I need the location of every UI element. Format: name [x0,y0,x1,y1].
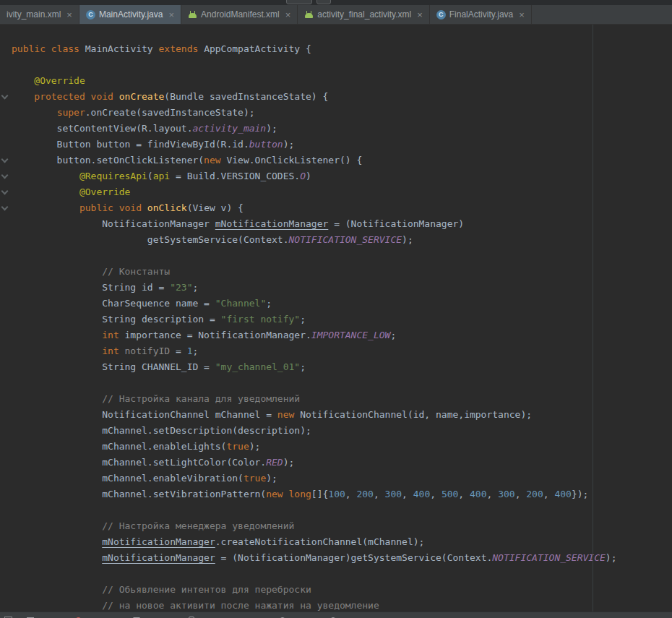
code-line[interactable]: // Обьявление интентов для переброски [12,582,672,598]
code-line[interactable] [12,375,672,391]
tab-close-icon[interactable]: × [417,10,423,20]
fold-marker-icon[interactable] [1,93,9,100]
code-line[interactable]: @Override [12,184,672,200]
code-line[interactable] [12,248,672,264]
fold-marker-icon[interactable] [1,172,9,179]
tool-window-button-build[interactable]: Build [229,612,272,618]
code-line[interactable]: @RequiresApi(api = Build.VERSION_CODES.O… [12,168,672,184]
tool-window-button-terminal[interactable]: Terminal [126,612,181,618]
editor-tab-finalactivity-java[interactable]: CFinalActivity.java× [430,5,532,24]
fold-marker-icon[interactable] [1,156,9,163]
code-line[interactable]: mChannel.setDescription(description); [12,423,672,439]
editor-tab-bar: ivity_main.xml×CMainActivity.java×Androi… [0,5,672,25]
tool-window-button-todo[interactable]: TODO [20,612,68,618]
tab-close-icon[interactable]: × [66,10,72,20]
editor-tab-mainactivity-java[interactable]: CMainActivity.java× [79,5,181,24]
code-token: AppCompatActivity { [198,43,311,54]
toolbar-widget[interactable] [286,0,312,4]
code-line[interactable]: setContentView(R.layout.activity_main); [12,121,672,137]
code-token: true [226,441,249,452]
code-editor[interactable]: public class MainActivity extends AppCom… [0,25,672,611]
fold-marker-icon[interactable] [1,204,9,211]
tab-close-icon[interactable]: × [285,10,291,20]
code-token [46,43,51,54]
code-line[interactable]: mChannel.setVibrationPattern(new long[]{… [12,486,672,502]
code-line[interactable]: // Константы [12,264,672,280]
code-line[interactable]: Button button = findViewById(R.id.button… [12,137,672,153]
code-line[interactable]: NotificationManager mNotificationManager… [12,216,672,232]
tab-close-icon[interactable]: × [519,10,525,20]
code-token [12,266,102,277]
code-token: = Build.VERSION_CODES. [170,171,300,181]
code-token [12,600,102,611]
code-line[interactable]: int notifyID = 1; [12,343,672,359]
code-line[interactable]: CharSequence name = "Channel"; [12,296,672,312]
tab-close-icon[interactable]: × [168,10,174,20]
code-token: 400 [554,489,571,499]
code-token: setContentView(R.layout. [12,123,192,134]
code-line[interactable]: mChannel.enableVibration(true); [12,471,672,486]
code-line[interactable]: String description = "first notify"; [12,312,672,327]
code-area[interactable]: public class MainActivity extends AppCom… [12,41,672,611]
code-token: 300 [498,489,514,499]
code-token [12,584,102,595]
code-line[interactable]: mNotificationManager.createNotificationC… [12,534,672,550]
code-token: ; [390,330,396,340]
code-token: ); [283,139,295,150]
code-token: int [102,330,119,340]
code-token: ) [306,171,311,181]
editor-tab-activity-final-activity-xml[interactable]: activity_final_activity.xml× [298,5,429,24]
editor-tab-androidmanifest-xml[interactable]: AndroidManifest.xml× [181,5,298,24]
code-token: activity_main [192,123,266,134]
tool-window-button-profiler[interactable]: Profiler [272,612,322,618]
code-token: (Bundle savedInstanceState) { [164,91,328,102]
editor-tab-ivity-main-xml[interactable]: ivity_main.xml× [0,5,79,24]
code-token: , [430,489,441,499]
code-line[interactable]: mChannel.enableLights(true); [12,439,672,455]
tool-window-button-app-inspection[interactable]: App Inspection [322,612,400,618]
code-token [12,202,79,213]
code-token: 200 [356,489,373,499]
code-line[interactable]: String id = "23"; [12,280,672,296]
code-line[interactable] [12,502,672,518]
code-line[interactable]: button.setOnClickListener(new View.OnCli… [12,153,672,168]
code-token: NOTIFICATION_SERVICE [289,234,402,245]
code-token [142,202,147,213]
tab-label: activity_final_activity.xml [317,9,411,20]
code-line[interactable]: getSystemService(Context.NOTIFICATION_SE… [12,232,672,248]
code-token [12,171,79,181]
code-line[interactable]: // Настройка менеджера уведомлений [12,518,672,534]
code-token: IMPORTANCE_LOW [311,330,391,340]
fold-marker-icon[interactable] [1,188,9,195]
code-token: onClick [147,202,187,213]
code-token: , [543,489,555,499]
code-token: mNotificationManager [215,218,329,229]
tool-window-bar: TODOProblemsTerminalLogcatBuildProfilerA… [0,611,672,618]
tool-window-button-problems[interactable]: Problems [68,612,126,618]
code-line[interactable]: NotificationChannel mChannel = new Notif… [12,407,672,423]
code-line[interactable]: public class MainActivity extends AppCom… [12,41,672,57]
code-line[interactable]: @Override [12,73,672,89]
code-line[interactable]: // на новое активити после нажатия на ув… [12,598,672,611]
code-token: // Настройка менеджера уведомлений [102,520,294,531]
code-token: int [102,346,119,356]
code-token: // Константы [102,266,170,277]
code-line[interactable] [12,566,672,582]
code-line[interactable]: mChannel.setLightColor(Color.RED); [12,455,672,471]
code-line[interactable]: super.onCreate(savedInstanceState); [12,105,672,121]
code-line[interactable]: protected void onCreate(Bundle savedInst… [12,89,672,105]
code-token: 500 [441,489,458,499]
tool-window-button-logcat[interactable]: Logcat [181,612,229,618]
tab-label: MainActivity.java [99,9,163,20]
code-line[interactable] [12,57,672,73]
code-line[interactable]: // Настройка канала для уведомлений [12,391,672,407]
code-line[interactable]: mNotificationManager = (NotificationMana… [12,550,672,566]
code-line[interactable]: int importance = NotificationManager.IMP… [12,327,672,343]
android-studio-window: ivity_main.xml×CMainActivity.java×Androi… [0,0,672,618]
code-token: View.OnClickListener() { [221,155,363,166]
code-line[interactable]: String CHANNEL_ID = "my_channel_01"; [12,359,672,375]
code-token: 100 [328,489,345,499]
toolbar-widget[interactable] [316,0,331,4]
code-line[interactable]: public void onClick(View v) { [12,200,672,216]
code-token: ); [283,457,295,468]
